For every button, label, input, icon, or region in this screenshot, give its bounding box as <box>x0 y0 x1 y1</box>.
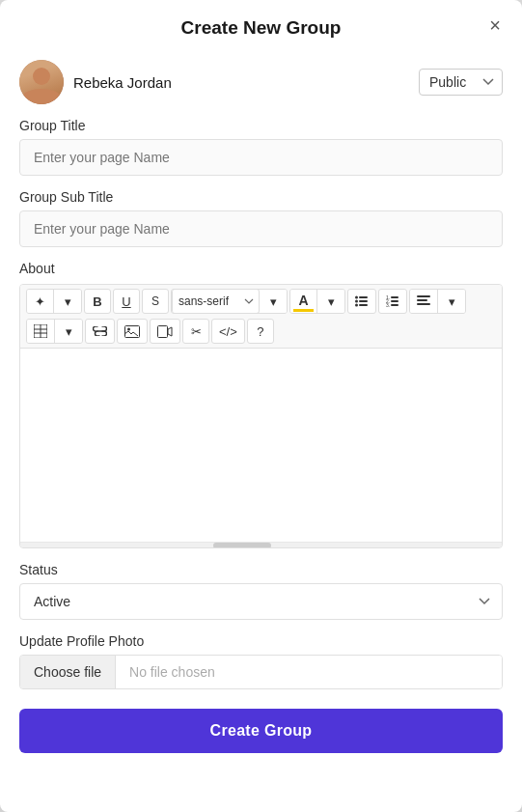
status-select[interactable]: Active Inactive <box>19 583 503 620</box>
modal-title: Create New Group <box>181 17 342 39</box>
video-button[interactable] <box>150 319 180 344</box>
visibility-select[interactable]: Public Private Friends <box>419 69 503 96</box>
table-button[interactable] <box>27 319 55 344</box>
editor-toolbar: ✦ ▾ B U S sans-serif serif monospace ▾ <box>20 285 502 349</box>
bullet-list-button[interactable] <box>347 289 376 314</box>
status-label: Status <box>19 562 503 577</box>
font-color-group: A ▾ <box>289 289 345 314</box>
user-row: Rebeka Jordan Public Private Friends <box>0 52 522 118</box>
avatar <box>19 60 64 104</box>
cut-button[interactable]: ✂ <box>182 319 209 344</box>
user-name: Rebeka Jordan <box>73 74 172 91</box>
image-button[interactable] <box>117 319 148 344</box>
create-group-button[interactable]: Create Group <box>19 709 503 753</box>
magic-dropdown[interactable]: ▾ <box>54 289 81 314</box>
font-color-dropdown[interactable]: ▾ <box>317 289 344 314</box>
svg-rect-21 <box>158 325 168 337</box>
svg-rect-11 <box>391 304 398 306</box>
svg-point-2 <box>355 300 358 303</box>
font-family-group: sans-serif serif monospace ▾ <box>171 289 288 314</box>
about-label: About <box>0 261 522 276</box>
toolbar-row-2: ▾ ✂ </> ? <box>26 319 496 344</box>
magic-button[interactable]: ✦ <box>27 289 54 314</box>
group-subtitle-input[interactable] <box>19 210 503 247</box>
align-dropdown[interactable]: ▾ <box>438 289 465 314</box>
group-subtitle-label: Group Sub Title <box>19 189 503 205</box>
profile-photo-label: Update Profile Photo <box>19 633 503 649</box>
svg-rect-9 <box>391 300 398 302</box>
color-indicator <box>293 309 314 312</box>
font-family-dropdown[interactable]: ▾ <box>260 289 287 314</box>
underline-button[interactable]: U <box>113 289 140 314</box>
svg-rect-14 <box>417 303 430 305</box>
svg-rect-1 <box>359 296 368 298</box>
magic-btn-group: ✦ ▾ <box>26 289 82 314</box>
table-group: ▾ <box>26 319 83 344</box>
user-info: Rebeka Jordan <box>19 60 172 104</box>
svg-rect-12 <box>417 295 430 297</box>
toolbar-row-1: ✦ ▾ B U S sans-serif serif monospace ▾ <box>26 289 496 314</box>
svg-rect-13 <box>417 299 427 301</box>
numbered-list-button[interactable]: 1.2.3. <box>378 289 407 314</box>
svg-rect-3 <box>359 300 368 302</box>
file-input-row: Choose file No file chosen <box>19 655 503 689</box>
editor-body[interactable] <box>20 349 502 542</box>
link-button[interactable] <box>85 319 115 344</box>
font-family-select[interactable]: sans-serif serif monospace <box>172 289 260 314</box>
code-button[interactable]: </> <box>211 319 245 344</box>
group-title-label: Group Title <box>19 118 503 133</box>
editor-scrollbar[interactable] <box>20 542 502 547</box>
align-group: ▾ <box>409 289 466 314</box>
group-title-section: Group Title <box>0 118 522 176</box>
group-subtitle-section: Group Sub Title <box>0 189 522 247</box>
group-title-input[interactable] <box>19 139 503 176</box>
svg-rect-7 <box>391 296 398 298</box>
svg-point-4 <box>355 304 358 307</box>
rich-text-editor: ✦ ▾ B U S sans-serif serif monospace ▾ <box>19 284 503 548</box>
help-button[interactable]: ? <box>247 319 274 344</box>
close-button[interactable]: × <box>483 14 507 37</box>
svg-point-0 <box>355 296 358 299</box>
modal: Create New Group × Rebeka Jordan Public … <box>0 0 522 812</box>
modal-header: Create New Group × <box>0 0 522 52</box>
table-dropdown[interactable]: ▾ <box>55 319 82 344</box>
strikethrough-button[interactable]: S <box>142 289 169 314</box>
choose-file-button[interactable]: Choose file <box>20 656 116 688</box>
svg-rect-5 <box>359 304 368 306</box>
font-color-button[interactable]: A <box>290 289 317 314</box>
align-button[interactable] <box>410 289 438 314</box>
profile-photo-section: Update Profile Photo Choose file No file… <box>0 633 522 689</box>
status-section: Status Active Inactive <box>0 562 522 620</box>
bold-button[interactable]: B <box>84 289 111 314</box>
svg-text:3.: 3. <box>386 302 390 307</box>
file-name-display: No file chosen <box>116 656 502 688</box>
svg-point-20 <box>127 327 130 330</box>
